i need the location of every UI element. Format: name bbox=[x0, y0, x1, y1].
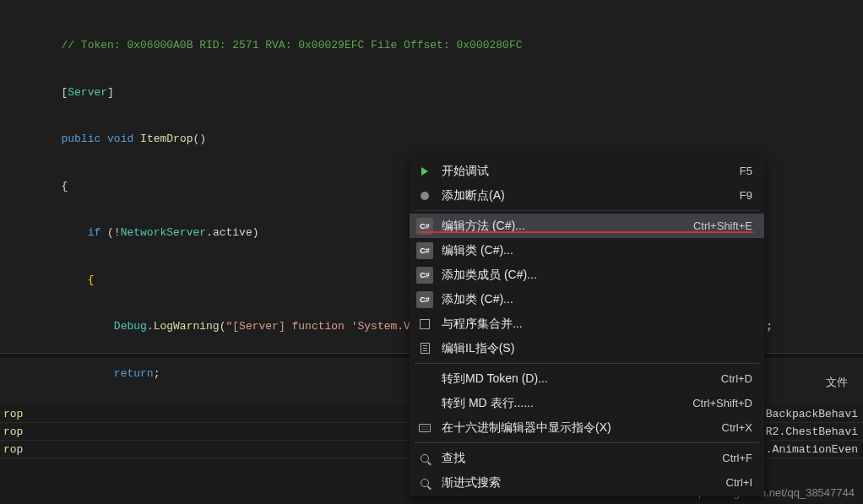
menu-edit-il[interactable]: 编辑IL指令(S) bbox=[410, 336, 764, 360]
menu-start-debug[interactable]: 开始调试 F5 bbox=[410, 159, 764, 183]
context-menu[interactable]: 开始调试 F5 添加断点(A) F9 C# 编辑方法 (C#)... Ctrl+… bbox=[410, 157, 764, 496]
menu-separator bbox=[415, 210, 759, 211]
highlight-underline bbox=[420, 231, 753, 233]
blank-icon bbox=[416, 371, 433, 387]
code-line: [Server] bbox=[0, 85, 863, 101]
menu-edit-class[interactable]: C# 编辑类 (C#)... bbox=[410, 238, 764, 263]
menu-goto-md-row[interactable]: 转到 MD 表行...... Ctrl+Shift+D bbox=[410, 391, 764, 415]
menu-edit-method[interactable]: C# 编辑方法 (C#)... Ctrl+Shift+E bbox=[410, 214, 764, 238]
find-hit: rop bbox=[3, 408, 23, 420]
doc-icon bbox=[416, 340, 433, 357]
find-hit: rop bbox=[3, 443, 23, 456]
menu-goto-md-token[interactable]: 转到MD Token (D)... Ctrl+D bbox=[410, 366, 764, 391]
keyboard-icon bbox=[416, 420, 433, 436]
menu-separator bbox=[415, 442, 759, 443]
blank-icon bbox=[416, 395, 433, 412]
menu-separator bbox=[415, 363, 759, 364]
code-line: // Token: 0x06000A0B RID: 2571 RVA: 0x00… bbox=[0, 38, 863, 54]
search-icon bbox=[416, 450, 433, 467]
find-type: BackpackBehavi bbox=[766, 408, 863, 420]
find-header-label: 文件 bbox=[826, 375, 848, 390]
play-icon bbox=[416, 163, 433, 180]
menu-find[interactable]: 查找 Ctrl+F bbox=[410, 446, 764, 470]
menu-incremental-search[interactable]: 渐进式搜索 Ctrl+I bbox=[410, 470, 764, 495]
search-icon bbox=[416, 474, 433, 491]
code-line: public void ItemDrop() bbox=[0, 132, 863, 148]
menu-add-breakpoint[interactable]: 添加断点(A) F9 bbox=[410, 183, 764, 208]
find-type: R2.ChestBehavi bbox=[766, 425, 863, 438]
csharp-icon: C# bbox=[416, 267, 433, 284]
find-hit: rop bbox=[3, 425, 23, 438]
menu-add-class-member[interactable]: C# 添加类成员 (C#)... bbox=[410, 263, 764, 287]
box-icon bbox=[416, 316, 433, 333]
breakpoint-icon bbox=[416, 187, 433, 204]
csharp-icon: C# bbox=[416, 242, 433, 259]
menu-add-class[interactable]: C# 添加类 (C#)... bbox=[410, 287, 764, 312]
csharp-icon: C# bbox=[416, 291, 433, 308]
menu-merge-assembly[interactable]: 与程序集合并... bbox=[410, 312, 764, 336]
comment: // Token: 0x06000A0B RID: 2571 RVA: 0x00… bbox=[61, 39, 522, 51]
find-type: .AnimationEven bbox=[766, 443, 863, 456]
menu-show-in-hex[interactable]: 在十六进制编辑器中显示指令(X) Ctrl+X bbox=[410, 415, 764, 440]
